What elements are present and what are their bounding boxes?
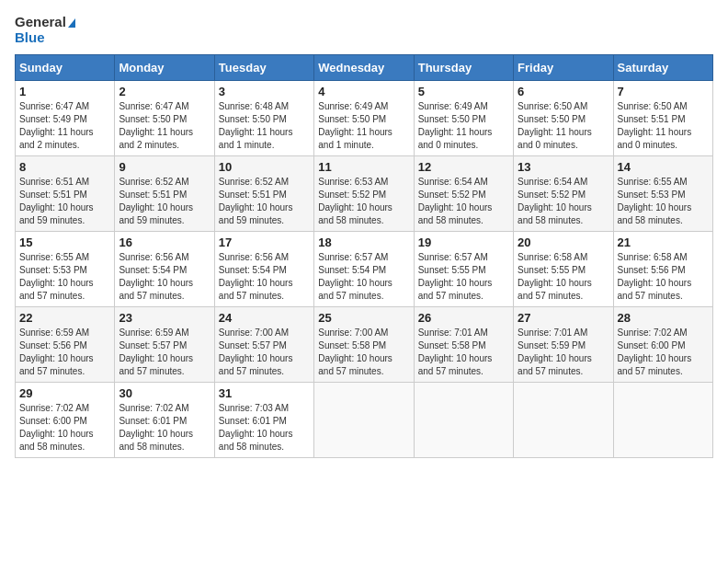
day-info: Sunrise: 7:00 AMSunset: 5:57 PMDaylight:… [219, 327, 310, 378]
calendar-cell: 11Sunrise: 6:53 AMSunset: 5:52 PMDayligh… [314, 156, 414, 232]
calendar-cell: 28Sunrise: 7:02 AMSunset: 6:00 PMDayligh… [613, 307, 712, 383]
day-header-sunday: Sunday [16, 55, 115, 81]
calendar-cell: 8Sunrise: 6:51 AMSunset: 5:51 PMDaylight… [16, 156, 115, 232]
calendar-cell: 15Sunrise: 6:55 AMSunset: 5:53 PMDayligh… [16, 232, 115, 307]
calendar-cell: 26Sunrise: 7:01 AMSunset: 5:58 PMDayligh… [414, 307, 513, 383]
day-header-wednesday: Wednesday [314, 55, 414, 81]
day-number: 24 [219, 311, 310, 325]
day-number: 29 [19, 386, 110, 400]
day-info: Sunrise: 6:55 AMSunset: 5:53 PMDaylight:… [618, 176, 709, 227]
day-number: 28 [618, 311, 709, 325]
day-info: Sunrise: 6:47 AMSunset: 5:49 PMDaylight:… [19, 100, 110, 152]
calendar-cell: 25Sunrise: 7:00 AMSunset: 5:58 PMDayligh… [314, 307, 414, 383]
day-number: 7 [618, 85, 709, 98]
day-info: Sunrise: 6:54 AMSunset: 5:52 PMDaylight:… [518, 176, 609, 227]
day-number: 12 [418, 160, 509, 174]
day-info: Sunrise: 7:02 AMSunset: 6:00 PMDaylight:… [19, 402, 110, 454]
calendar-cell: 27Sunrise: 7:01 AMSunset: 5:59 PMDayligh… [514, 307, 613, 383]
day-number: 18 [318, 236, 409, 249]
day-number: 9 [119, 160, 210, 174]
calendar-cell: 18Sunrise: 6:57 AMSunset: 5:54 PMDayligh… [314, 232, 414, 307]
calendar-cell: 3Sunrise: 6:48 AMSunset: 5:50 PMDaylight… [214, 81, 313, 156]
day-number: 14 [618, 160, 709, 174]
calendar-cell: 30Sunrise: 7:02 AMSunset: 6:01 PMDayligh… [115, 383, 214, 458]
day-info: Sunrise: 6:52 AMSunset: 5:51 PMDaylight:… [219, 176, 310, 227]
day-info: Sunrise: 7:01 AMSunset: 5:59 PMDaylight:… [518, 327, 609, 378]
calendar-cell: 31Sunrise: 7:03 AMSunset: 6:01 PMDayligh… [214, 383, 313, 458]
page-header: General Blue [15, 15, 713, 45]
day-number: 20 [518, 236, 609, 249]
logo: General Blue [15, 15, 75, 45]
calendar-cell: 20Sunrise: 6:58 AMSunset: 5:55 PMDayligh… [514, 232, 613, 307]
calendar-cell: 4Sunrise: 6:49 AMSunset: 5:50 PMDaylight… [314, 81, 414, 156]
day-info: Sunrise: 6:49 AMSunset: 5:50 PMDaylight:… [318, 100, 409, 152]
day-number: 4 [318, 85, 409, 98]
day-number: 2 [119, 85, 210, 98]
day-info: Sunrise: 6:57 AMSunset: 5:54 PMDaylight:… [318, 251, 409, 303]
day-number: 16 [119, 236, 210, 249]
day-number: 27 [518, 311, 609, 325]
calendar-cell [414, 383, 513, 458]
logo-blue: Blue [15, 30, 75, 46]
calendar-cell: 6Sunrise: 6:50 AMSunset: 5:50 PMDaylight… [514, 81, 613, 156]
day-info: Sunrise: 6:47 AMSunset: 5:50 PMDaylight:… [119, 100, 210, 152]
day-info: Sunrise: 6:49 AMSunset: 5:50 PMDaylight:… [418, 100, 509, 152]
day-info: Sunrise: 6:56 AMSunset: 5:54 PMDaylight:… [119, 251, 210, 303]
day-info: Sunrise: 6:53 AMSunset: 5:52 PMDaylight:… [318, 176, 409, 227]
day-header-tuesday: Tuesday [214, 55, 313, 81]
calendar-cell: 12Sunrise: 6:54 AMSunset: 5:52 PMDayligh… [414, 156, 513, 232]
calendar-cell: 17Sunrise: 6:56 AMSunset: 5:54 PMDayligh… [214, 232, 313, 307]
day-info: Sunrise: 6:52 AMSunset: 5:51 PMDaylight:… [119, 176, 210, 227]
day-number: 23 [119, 311, 210, 325]
day-info: Sunrise: 6:56 AMSunset: 5:54 PMDaylight:… [219, 251, 310, 303]
calendar-cell: 21Sunrise: 6:58 AMSunset: 5:56 PMDayligh… [613, 232, 712, 307]
day-info: Sunrise: 6:58 AMSunset: 5:56 PMDaylight:… [618, 251, 709, 303]
day-number: 13 [518, 160, 609, 174]
calendar-cell: 1Sunrise: 6:47 AMSunset: 5:49 PMDaylight… [16, 81, 115, 156]
day-number: 31 [219, 386, 310, 400]
day-number: 5 [418, 85, 509, 98]
day-header-friday: Friday [514, 55, 613, 81]
calendar-cell: 5Sunrise: 6:49 AMSunset: 5:50 PMDaylight… [414, 81, 513, 156]
day-number: 6 [518, 85, 609, 98]
calendar-week-row: 8Sunrise: 6:51 AMSunset: 5:51 PMDaylight… [16, 156, 713, 232]
day-number: 30 [119, 386, 210, 400]
day-info: Sunrise: 6:48 AMSunset: 5:50 PMDaylight:… [219, 100, 310, 152]
day-info: Sunrise: 6:58 AMSunset: 5:55 PMDaylight:… [518, 251, 609, 303]
calendar-cell: 14Sunrise: 6:55 AMSunset: 5:53 PMDayligh… [613, 156, 712, 232]
day-header-thursday: Thursday [414, 55, 513, 81]
logo-text: General Blue [15, 15, 75, 45]
day-number: 3 [219, 85, 310, 98]
day-number: 17 [219, 236, 310, 249]
calendar-cell: 19Sunrise: 6:57 AMSunset: 5:55 PMDayligh… [414, 232, 513, 307]
day-info: Sunrise: 6:51 AMSunset: 5:51 PMDaylight:… [19, 176, 110, 227]
day-header-saturday: Saturday [613, 55, 712, 81]
day-number: 21 [618, 236, 709, 249]
calendar-cell [613, 383, 712, 458]
calendar-cell [314, 383, 414, 458]
day-info: Sunrise: 7:02 AMSunset: 6:00 PMDaylight:… [618, 327, 709, 378]
day-number: 25 [318, 311, 409, 325]
day-info: Sunrise: 6:57 AMSunset: 5:55 PMDaylight:… [418, 251, 509, 303]
calendar-cell [514, 383, 613, 458]
day-number: 1 [19, 85, 110, 98]
calendar-cell: 23Sunrise: 6:59 AMSunset: 5:57 PMDayligh… [115, 307, 214, 383]
calendar-week-row: 22Sunrise: 6:59 AMSunset: 5:56 PMDayligh… [16, 307, 713, 383]
day-info: Sunrise: 6:59 AMSunset: 5:56 PMDaylight:… [19, 327, 110, 378]
calendar-cell: 13Sunrise: 6:54 AMSunset: 5:52 PMDayligh… [514, 156, 613, 232]
day-info: Sunrise: 7:02 AMSunset: 6:01 PMDaylight:… [119, 402, 210, 454]
day-info: Sunrise: 7:00 AMSunset: 5:58 PMDaylight:… [318, 327, 409, 378]
day-number: 15 [19, 236, 110, 249]
calendar-week-row: 1Sunrise: 6:47 AMSunset: 5:49 PMDaylight… [16, 81, 713, 156]
logo-general: General [15, 15, 75, 30]
calendar-cell: 9Sunrise: 6:52 AMSunset: 5:51 PMDaylight… [115, 156, 214, 232]
calendar-cell: 2Sunrise: 6:47 AMSunset: 5:50 PMDaylight… [115, 81, 214, 156]
calendar-week-row: 15Sunrise: 6:55 AMSunset: 5:53 PMDayligh… [16, 232, 713, 307]
day-number: 10 [219, 160, 310, 174]
day-info: Sunrise: 7:01 AMSunset: 5:58 PMDaylight:… [418, 327, 509, 378]
day-info: Sunrise: 6:54 AMSunset: 5:52 PMDaylight:… [418, 176, 509, 227]
day-info: Sunrise: 6:59 AMSunset: 5:57 PMDaylight:… [119, 327, 210, 378]
day-info: Sunrise: 6:50 AMSunset: 5:51 PMDaylight:… [618, 100, 709, 152]
day-number: 22 [19, 311, 110, 325]
calendar-cell: 29Sunrise: 7:02 AMSunset: 6:00 PMDayligh… [16, 383, 115, 458]
